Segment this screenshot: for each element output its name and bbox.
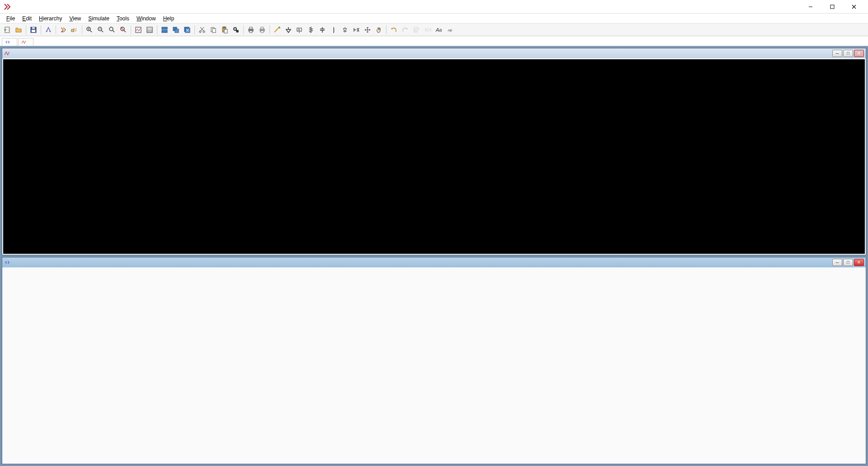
svg-marker-64 <box>391 28 393 30</box>
svg-line-12 <box>90 30 92 32</box>
svg-rect-20 <box>110 28 113 30</box>
menu-view[interactable]: View <box>66 14 85 23</box>
svg-marker-61 <box>343 29 347 31</box>
svg-text:E: E <box>415 29 417 32</box>
window-minimize-button[interactable] <box>800 0 821 14</box>
find-button[interactable] <box>231 24 241 35</box>
menu-window[interactable]: Window <box>133 14 160 23</box>
plot-maximize-button[interactable]: □ <box>843 50 853 57</box>
svg-rect-29 <box>162 27 167 29</box>
undo-button[interactable] <box>388 24 399 35</box>
schem-maximize-button[interactable]: □ <box>843 259 853 266</box>
svg-point-9 <box>62 31 63 32</box>
label-net-button[interactable]: A <box>294 24 305 35</box>
cut-button[interactable] <box>197 24 208 35</box>
text-button[interactable]: Aa <box>434 24 444 35</box>
rotate-button[interactable]: E <box>411 24 422 35</box>
svg-point-8 <box>49 31 50 32</box>
svg-rect-5 <box>32 30 35 32</box>
cascade-windows-button[interactable] <box>170 24 181 35</box>
run-button[interactable] <box>58 24 69 35</box>
app-icon <box>4 3 11 10</box>
svg-point-7 <box>47 31 47 32</box>
svg-point-35 <box>199 31 201 33</box>
move-button[interactable] <box>362 24 373 35</box>
menu-tools[interactable]: Tools <box>113 14 133 23</box>
svg-rect-40 <box>223 27 225 28</box>
svg-rect-50 <box>261 31 264 33</box>
paste-button[interactable] <box>219 24 230 35</box>
tile-windows-button[interactable] <box>159 24 170 35</box>
svg-text:.op: .op <box>447 28 453 32</box>
svg-marker-65 <box>406 28 408 30</box>
svg-marker-52 <box>286 29 291 33</box>
svg-rect-46 <box>250 27 252 29</box>
tab-schematic[interactable] <box>2 38 17 46</box>
add-trace-button[interactable] <box>144 24 155 35</box>
redo-button[interactable] <box>400 24 410 35</box>
print-button[interactable] <box>245 24 256 35</box>
capacitor-button[interactable] <box>317 24 328 35</box>
menu-hierarchy[interactable]: Hierarchy <box>35 14 66 23</box>
close-windows-button[interactable] <box>182 24 193 35</box>
plot-minimize-button[interactable]: ─ <box>832 50 842 57</box>
svg-rect-49 <box>261 27 264 29</box>
window-maximize-button[interactable] <box>822 0 843 14</box>
resistor-button[interactable] <box>306 24 316 35</box>
svg-rect-1 <box>830 5 834 9</box>
spice-directive-button[interactable]: .op <box>445 24 456 35</box>
open-button[interactable] <box>13 24 24 35</box>
window-titlebar <box>0 0 868 14</box>
svg-rect-38 <box>212 29 216 33</box>
svg-rect-10 <box>71 29 74 32</box>
schem-minimize-button[interactable]: ─ <box>832 259 842 266</box>
menu-simulate[interactable]: Simulate <box>85 14 113 23</box>
tab-waveform[interactable] <box>18 38 33 46</box>
schematic-window-titlebar[interactable]: ─ □ ✕ <box>2 257 866 267</box>
document-tabs <box>0 36 868 46</box>
svg-rect-41 <box>224 29 227 33</box>
schem-close-button[interactable]: ✕ <box>854 259 864 266</box>
svg-text:E: E <box>425 28 428 32</box>
zoom-fit-button[interactable] <box>107 24 118 35</box>
copy-button[interactable] <box>208 24 219 35</box>
save-button[interactable] <box>28 24 39 35</box>
toolbar: A E EE Aa .op <box>0 24 868 36</box>
menu-help[interactable]: Help <box>160 14 178 23</box>
menu-bar: File Edit Hierarchy View Simulate Tools … <box>0 14 868 24</box>
plot-window: ─ □ ✕ <box>2 48 866 255</box>
draw-wire-button[interactable] <box>272 24 283 35</box>
inductor-button[interactable] <box>328 24 339 35</box>
plot-area[interactable] <box>3 59 865 254</box>
zoom-back-button[interactable] <box>95 24 106 35</box>
print-setup-button[interactable] <box>257 24 268 35</box>
svg-rect-6 <box>32 27 35 29</box>
drag-button[interactable] <box>373 24 384 35</box>
svg-line-16 <box>101 30 103 32</box>
svg-text:E: E <box>429 28 431 32</box>
svg-rect-30 <box>162 30 167 33</box>
diode-button[interactable] <box>340 24 350 35</box>
halt-button[interactable] <box>69 24 80 35</box>
plot-window-titlebar[interactable]: ─ □ ✕ <box>2 48 866 58</box>
new-schematic-button[interactable] <box>2 24 13 35</box>
mirror-button[interactable]: EE <box>422 24 433 35</box>
schematic-window: ─ □ ✕ <box>2 257 866 464</box>
waveform-icon <box>4 50 10 57</box>
control-panel-button[interactable] <box>43 24 54 35</box>
svg-rect-24 <box>136 27 141 33</box>
window-close-button[interactable] <box>844 0 864 14</box>
zoom-area-button[interactable] <box>84 24 95 35</box>
pan-button[interactable] <box>118 24 129 35</box>
svg-rect-32 <box>175 29 179 33</box>
svg-text:Aa: Aa <box>435 27 442 33</box>
menu-edit[interactable]: Edit <box>19 14 35 23</box>
component-button[interactable] <box>351 24 362 35</box>
plot-close-button[interactable]: ✕ <box>854 50 864 57</box>
schematic-icon <box>4 259 10 266</box>
menu-file[interactable]: File <box>3 14 19 23</box>
waveform-icon <box>21 39 27 45</box>
autorange-button[interactable] <box>133 24 144 35</box>
schematic-canvas[interactable] <box>2 267 866 464</box>
ground-button[interactable] <box>283 24 294 35</box>
